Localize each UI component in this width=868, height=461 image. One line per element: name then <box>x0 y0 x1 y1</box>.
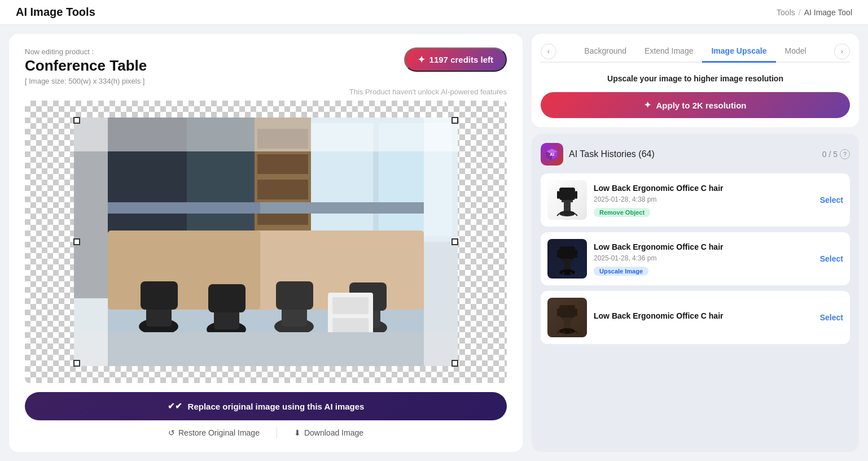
history-item[interactable]: Low Back Ergonomic Office C hair 2025-01… <box>541 232 850 285</box>
unlock-notice: This Product haven't unlock AI-powered f… <box>25 88 507 96</box>
tabs-list: Background Extend Image Image Upscale Mo… <box>575 41 815 62</box>
svg-rect-15 <box>108 202 260 214</box>
product-info: Now editing product : Conference Table [… <box>25 47 147 85</box>
history-thumb-3 <box>547 298 587 337</box>
tabs-navigation: ‹ Background Extend Image Image Upscale … <box>541 41 850 63</box>
top-navigation: AI Image Tools Tools / AI Image Tool <box>0 0 868 25</box>
help-icon[interactable]: ? <box>840 149 850 159</box>
download-icon: ⬇ <box>294 428 301 437</box>
svg-rect-42 <box>562 200 573 202</box>
svg-rect-9 <box>257 180 308 199</box>
svg-line-45 <box>557 214 559 216</box>
handle-bottom-left[interactable] <box>73 360 80 367</box>
svg-rect-69 <box>557 308 559 316</box>
history-select-btn-1[interactable]: Select <box>820 195 843 205</box>
app-title: AI Image Tools <box>16 6 95 19</box>
history-pagination: 0 / 5 ? <box>822 149 850 159</box>
tab-image-upscale[interactable]: Image Upscale <box>702 41 775 63</box>
history-item-title-1: Low Back Ergonomic Office C hair <box>594 183 813 193</box>
restore-button[interactable]: ↺ Restore Original Image <box>168 428 260 437</box>
svg-rect-24 <box>276 281 313 310</box>
svg-line-56 <box>575 272 577 275</box>
breadcrumb: Tools / AI Image Tool <box>777 8 852 17</box>
action-bar: ✔✔ Replace original image using this AI … <box>25 392 507 438</box>
svg-rect-41 <box>559 188 575 200</box>
restore-label: Restore Original Image <box>178 428 260 437</box>
credits-label: 1197 credits left <box>429 55 493 64</box>
download-button[interactable]: ⬇ Download Image <box>294 428 363 437</box>
ai-cube-icon: AI <box>541 143 563 166</box>
tabs-prev-arrow[interactable]: ‹ <box>541 44 556 59</box>
history-select-btn-3[interactable]: Select <box>820 313 843 322</box>
history-title-text: AI Task Histories (64) <box>569 149 655 159</box>
svg-text:AI: AI <box>550 152 554 157</box>
svg-point-64 <box>559 328 575 334</box>
product-image <box>74 118 458 366</box>
svg-rect-61 <box>559 305 575 318</box>
svg-rect-32 <box>74 332 458 366</box>
history-item-date-1: 2025-01-28, 4:38 pm <box>594 195 813 203</box>
svg-rect-59 <box>557 250 559 258</box>
image-canvas <box>25 101 507 383</box>
handle-top-left[interactable] <box>73 117 80 124</box>
tab-extend-image[interactable]: Extend Image <box>635 41 702 63</box>
history-item-tag-1: Remove Object <box>594 208 650 217</box>
svg-rect-21 <box>208 284 246 312</box>
checkmark-icon: ✔✔ <box>168 401 182 411</box>
handle-left-center[interactable] <box>73 238 80 245</box>
svg-rect-70 <box>575 308 577 316</box>
right-panel: ‹ Background Extend Image Image Upscale … <box>532 34 859 452</box>
history-item-info-1: Low Back Ergonomic Office C hair 2025-01… <box>594 183 813 217</box>
replace-btn-label: Replace original image using this AI ima… <box>188 402 365 411</box>
credits-badge[interactable]: ✦ 1197 credits left <box>404 47 507 72</box>
product-name: Conference Table <box>25 57 147 75</box>
download-label: Download Image <box>304 428 363 437</box>
tab-model[interactable]: Model <box>776 41 816 63</box>
svg-rect-62 <box>562 318 573 320</box>
upscale-description: Upscale your image to higher image resol… <box>541 74 850 83</box>
history-list: Low Back Ergonomic Office C hair 2025-01… <box>541 173 850 443</box>
svg-rect-50 <box>575 191 577 199</box>
svg-line-66 <box>575 331 577 333</box>
history-title-group: AI AI Task Histories (64) <box>541 143 655 166</box>
tabs-card: ‹ Background Extend Image Image Upscale … <box>532 34 859 127</box>
svg-rect-29 <box>332 297 369 314</box>
tab-background[interactable]: Background <box>575 41 635 63</box>
main-area: Now editing product : Conference Table [… <box>0 25 868 461</box>
handle-top-right[interactable] <box>451 117 458 124</box>
svg-line-55 <box>557 272 559 275</box>
apply-2k-button[interactable]: ✦ Apply to 2K resolution <box>541 92 850 118</box>
svg-line-65 <box>557 331 559 333</box>
history-thumb-2 <box>547 239 587 279</box>
history-item-title-2: Low Back Ergonomic Office C hair <box>594 242 813 252</box>
history-item-date-2: 2025-01-28, 4:36 pm <box>594 254 813 262</box>
product-image-wrapper[interactable] <box>74 118 458 366</box>
divider <box>277 427 277 438</box>
history-thumb-1 <box>547 180 587 220</box>
svg-point-44 <box>559 211 575 216</box>
svg-rect-49 <box>557 191 559 199</box>
history-select-btn-2[interactable]: Select <box>820 254 843 263</box>
tabs-next-arrow[interactable]: › <box>834 44 850 59</box>
breadcrumb-tools: Tools <box>777 8 795 17</box>
svg-rect-35 <box>74 118 458 151</box>
office-scene-svg <box>74 118 458 366</box>
breadcrumb-separator: / <box>799 8 801 17</box>
svg-point-54 <box>559 269 575 275</box>
history-item[interactable]: Low Back Ergonomic Office C hair 2025-01… <box>541 173 850 227</box>
restore-icon: ↺ <box>168 428 175 437</box>
svg-rect-52 <box>562 259 573 261</box>
replace-image-button[interactable]: ✔✔ Replace original image using this AI … <box>25 392 507 420</box>
svg-rect-60 <box>575 250 577 258</box>
history-item[interactable]: Low Back Ergonomic Office C hair Select <box>541 291 850 344</box>
history-item-info-2: Low Back Ergonomic Office C hair 2025-01… <box>594 242 813 276</box>
svg-rect-8 <box>257 154 308 174</box>
pagination-text: 0 / 5 <box>822 150 838 159</box>
handle-bottom-right[interactable] <box>451 360 458 367</box>
apply-icon: ✦ <box>644 100 651 110</box>
history-card: AI AI Task Histories (64) 0 / 5 ? <box>532 134 859 452</box>
handle-right-center[interactable] <box>451 238 458 245</box>
breadcrumb-current: AI Image Tool <box>804 8 852 17</box>
chair-icon-1 <box>554 183 581 217</box>
history-header: AI AI Task Histories (64) 0 / 5 ? <box>541 143 850 166</box>
